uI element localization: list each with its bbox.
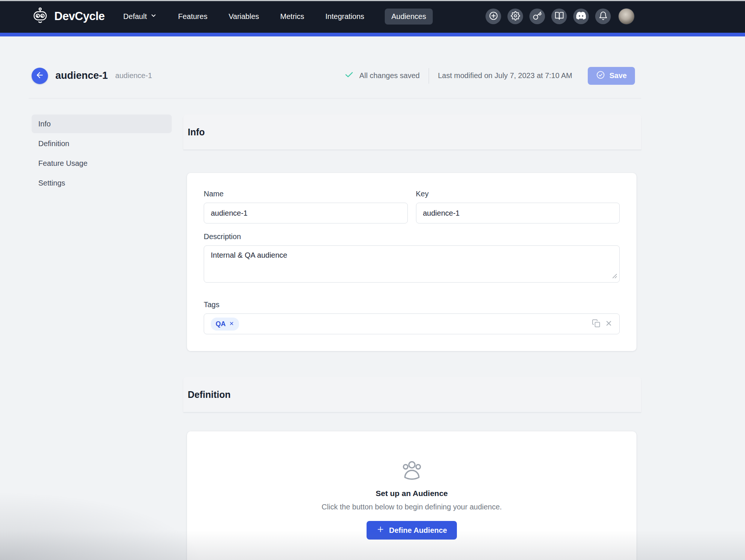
check-circle-icon <box>596 70 605 81</box>
bottom-corner-shadow <box>0 489 208 560</box>
gear-icon <box>511 11 520 22</box>
tab-settings[interactable]: Settings <box>32 174 172 192</box>
name-field-group: Name <box>204 190 408 223</box>
discord-button[interactable] <box>573 9 589 24</box>
nav-item-features[interactable]: Features <box>178 12 207 21</box>
nav-items: Default Features Variables Metrics Integ… <box>123 12 432 21</box>
info-card: Name Key Description Internal & QA audie… <box>187 173 636 351</box>
plus-circle-icon <box>489 11 498 22</box>
plus-icon <box>377 525 384 535</box>
devcycle-robot-icon <box>32 7 49 26</box>
info-section: Info Name Key Description Internal & QA … <box>183 115 641 351</box>
copy-icon[interactable] <box>592 319 600 329</box>
header-divider <box>429 68 429 84</box>
saved-status-text: All changes saved <box>359 71 420 80</box>
description-textarea[interactable]: Internal & QA audience <box>204 245 620 283</box>
main-content: Info Name Key Description Internal & QA … <box>183 115 641 560</box>
definition-section-header: Definition <box>183 377 641 412</box>
empty-state-title: Set up an Audience <box>375 489 448 498</box>
chevron-down-icon <box>150 12 157 21</box>
nav-item-project-selector[interactable]: Default <box>123 12 157 21</box>
info-section-title: Info <box>188 127 205 138</box>
description-label: Description <box>204 232 620 241</box>
tab-feature-usage[interactable]: Feature Usage <box>32 154 172 173</box>
audience-empty-state: Set up an Audience Click the button belo… <box>204 460 620 540</box>
audience-people-icon <box>400 460 423 482</box>
saved-status: All changes saved <box>344 70 420 81</box>
back-button[interactable] <box>32 68 48 84</box>
accent-strip <box>0 33 745 36</box>
header-actions: All changes saved Last modified on July … <box>344 67 641 85</box>
key-icon <box>533 11 542 22</box>
brand-name: DevCycle <box>54 10 105 23</box>
nav-item-variables[interactable]: Variables <box>229 12 259 21</box>
key-input[interactable] <box>416 203 620 223</box>
name-input[interactable] <box>204 203 408 223</box>
docs-button[interactable] <box>551 9 567 24</box>
definition-section-title: Definition <box>188 389 230 400</box>
api-keys-button[interactable] <box>529 9 545 24</box>
book-open-icon <box>555 11 564 22</box>
tags-actions <box>592 319 613 329</box>
key-field-group: Key <box>416 190 620 223</box>
tags-label: Tags <box>204 300 620 309</box>
nav-item-integrations[interactable]: Integrations <box>325 12 364 21</box>
top-navbar: DevCycle Default Features Variables Metr… <box>0 0 745 33</box>
definition-section: Definition Set up an Audience Click the … <box>183 377 641 560</box>
nav-item-audiences[interactable]: Audiences <box>385 9 433 25</box>
discord-icon <box>576 11 586 22</box>
tab-info[interactable]: Info <box>32 115 172 133</box>
tags-field-group: Tags QA <box>204 300 620 334</box>
nav-icon-group <box>486 8 635 25</box>
bell-icon <box>599 11 608 22</box>
section-tabs: Info Definition Feature Usage Settings <box>32 115 172 192</box>
definition-card: Set up an Audience Click the button belo… <box>187 431 636 560</box>
key-label: Key <box>416 190 620 198</box>
resize-handle-icon[interactable] <box>612 273 617 280</box>
info-section-header: Info <box>183 115 641 149</box>
empty-state-subtitle: Click the button below to begin defining… <box>322 503 502 511</box>
settings-button[interactable] <box>507 9 523 24</box>
tag-chip-label: QA <box>216 320 226 328</box>
page-subtitle-key: audience-1 <box>115 71 152 80</box>
tags-input[interactable]: QA <box>204 313 620 334</box>
notifications-button[interactable] <box>595 9 611 24</box>
save-button[interactable]: Save <box>588 67 635 85</box>
create-button[interactable] <box>486 9 501 24</box>
window-top-edge <box>0 0 745 1</box>
tag-remove-icon[interactable] <box>229 320 234 328</box>
define-audience-button[interactable]: Define Audience <box>367 521 457 540</box>
tab-definition[interactable]: Definition <box>32 134 172 153</box>
user-avatar[interactable] <box>618 8 635 25</box>
nav-item-metrics[interactable]: Metrics <box>280 12 304 21</box>
name-label: Name <box>204 190 408 198</box>
last-modified-text: Last modified on July 7, 2023 at 7:10 AM <box>438 71 572 80</box>
page-title: audience-1 <box>55 70 108 81</box>
description-field-group: Description Internal & QA audience <box>204 232 620 283</box>
clear-tags-icon[interactable] <box>605 319 613 329</box>
brand-logo[interactable]: DevCycle <box>32 7 105 26</box>
check-icon <box>344 70 354 81</box>
arrow-left-icon <box>35 71 44 81</box>
tag-chip: QA <box>211 318 239 331</box>
page-header: audience-1 audience-1 All changes saved … <box>29 53 641 99</box>
